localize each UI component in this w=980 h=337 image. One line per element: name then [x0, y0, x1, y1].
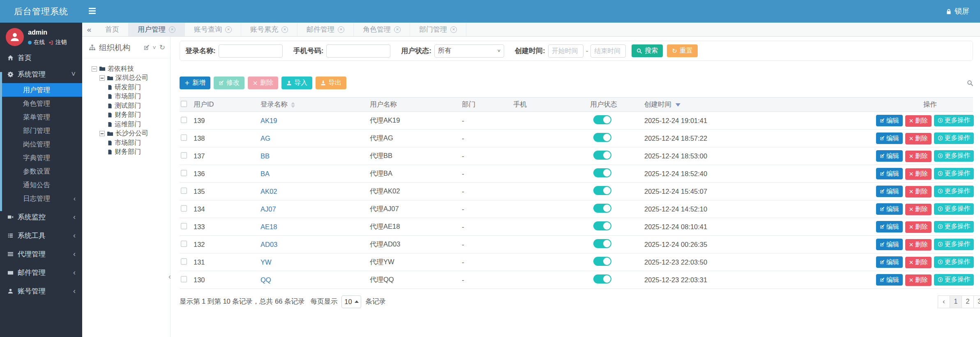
row-edit-button[interactable]: 编辑 [876, 150, 903, 162]
close-icon[interactable]: × [338, 26, 344, 33]
sidebar-group-系统工具[interactable]: 系统工具‹ [0, 226, 82, 245]
page-size-dropdown[interactable]: 10 [341, 295, 361, 308]
refresh-icon[interactable]: ↻ [159, 43, 165, 52]
row-edit-button[interactable]: 编辑 [876, 221, 903, 232]
row-edit-button[interactable]: 编辑 [876, 168, 903, 179]
row-more-button[interactable]: 更多操作 [934, 115, 974, 126]
row-edit-button[interactable]: 编辑 [876, 203, 903, 215]
status-toggle[interactable] [593, 239, 611, 248]
tree-node-财务部门[interactable]: 财务部门 [90, 111, 168, 120]
status-toggle[interactable] [593, 204, 611, 213]
row-checkbox[interactable] [181, 223, 187, 229]
row-more-button[interactable]: 更多操作 [934, 132, 974, 144]
row-delete-button[interactable]: 删除 [905, 257, 932, 268]
row-edit-button[interactable]: 编辑 [876, 115, 903, 126]
row-edit-button[interactable]: 编辑 [876, 256, 903, 268]
row-delete-button[interactable]: 删除 [905, 274, 932, 286]
row-delete-button[interactable]: 删除 [905, 168, 932, 180]
status-toggle[interactable] [593, 115, 611, 124]
page-button-1[interactable]: 1 [950, 295, 962, 308]
row-checkbox[interactable] [181, 258, 187, 265]
row-more-button[interactable]: 更多操作 [934, 221, 974, 232]
login-name-link[interactable]: YW [261, 258, 272, 266]
tab-用户管理[interactable]: 用户管理× [129, 23, 185, 36]
tree-node-财务部门[interactable]: 财务部门 [90, 148, 168, 157]
sidebar-group-邮件管理[interactable]: 邮件管理‹ [0, 263, 82, 282]
row-checkbox[interactable] [181, 241, 187, 247]
tree-node-长沙分公司[interactable]: 长沙分公司 [90, 129, 168, 139]
hamburger-icon[interactable] [89, 7, 99, 16]
logout-button[interactable]: 注销 [48, 39, 67, 46]
tree-expander[interactable] [92, 66, 97, 72]
login-name-link[interactable]: AG [261, 135, 270, 142]
row-delete-button[interactable]: 删除 [905, 204, 932, 215]
status-toggle[interactable] [593, 133, 611, 142]
lock-screen-button[interactable]: 锁屏 [946, 6, 969, 16]
phone-input[interactable] [326, 44, 390, 58]
table-search-icon[interactable] [967, 79, 973, 86]
row-delete-button[interactable]: 删除 [905, 239, 932, 251]
tree-node-若依科技[interactable]: 若依科技 [90, 64, 168, 74]
end-time-input[interactable] [590, 44, 626, 58]
row-more-button[interactable]: 更多操作 [934, 186, 974, 197]
row-checkbox[interactable] [181, 276, 187, 282]
close-icon[interactable]: × [225, 26, 232, 33]
sidebar-item-通知公告[interactable]: 通知公告 [0, 178, 82, 192]
tab-首页[interactable]: 首页 [96, 23, 129, 36]
login-name-input[interactable] [219, 44, 283, 58]
status-toggle[interactable] [593, 274, 611, 284]
tab-角色管理[interactable]: 角色管理× [354, 23, 410, 36]
row-delete-button[interactable]: 删除 [905, 133, 932, 144]
tree-node-测试部门[interactable]: 测试部门 [90, 101, 168, 111]
chevron-down-icon[interactable]: ˅ [153, 44, 156, 51]
edit-button[interactable]: 修改 [214, 77, 244, 89]
login-name-link[interactable]: AK02 [261, 188, 277, 195]
row-edit-button[interactable]: 编辑 [876, 132, 903, 144]
sidebar-item-home[interactable]: 首页 [0, 49, 82, 66]
row-checkbox[interactable] [181, 152, 187, 158]
sidebar-item-用户管理[interactable]: 用户管理 [0, 83, 82, 97]
select-all-checkbox[interactable] [181, 101, 187, 107]
export-button[interactable]: 导出 [316, 77, 346, 89]
tab-账号累充[interactable]: 账号累充× [241, 23, 297, 36]
start-time-input[interactable] [548, 44, 583, 58]
status-toggle[interactable] [593, 257, 611, 266]
sidebar-item-参数设置[interactable]: 参数设置 [0, 165, 82, 178]
row-checkbox[interactable] [181, 135, 187, 141]
tab-scroll-left-button[interactable]: « [82, 23, 96, 36]
login-name-link[interactable]: AJ07 [261, 205, 276, 213]
close-icon[interactable]: × [450, 26, 457, 33]
col-login-name[interactable]: 登录名称 [257, 98, 367, 112]
prev-page-button[interactable]: ‹ [938, 295, 950, 308]
sidebar-group-代理管理[interactable]: 代理管理‹ [0, 245, 82, 263]
search-button[interactable]: 搜索 [632, 44, 663, 57]
row-delete-button[interactable]: 删除 [905, 151, 932, 162]
close-icon[interactable]: × [281, 26, 288, 33]
tab-账号查询[interactable]: 账号查询× [185, 23, 241, 36]
row-edit-button[interactable]: 编辑 [876, 186, 903, 197]
status-toggle[interactable] [593, 221, 611, 230]
tree-node-市场部门[interactable]: 市场部门 [90, 92, 168, 102]
row-more-button[interactable]: 更多操作 [934, 239, 974, 250]
user-status-select[interactable]: 所有˅ [434, 44, 504, 58]
sidebar-item-日志管理[interactable]: 日志管理‹ [0, 192, 82, 205]
status-toggle[interactable] [593, 186, 611, 195]
row-checkbox[interactable] [181, 117, 187, 123]
row-checkbox[interactable] [181, 170, 187, 176]
login-name-link[interactable]: AE18 [261, 223, 277, 230]
login-name-link[interactable]: QQ [261, 276, 271, 284]
sidebar-item-菜单管理[interactable]: 菜单管理 [0, 110, 82, 124]
row-checkbox[interactable] [181, 188, 187, 194]
sidebar-group-账号管理[interactable]: 账号管理‹ [0, 282, 82, 300]
tab-部门管理[interactable]: 部门管理× [410, 23, 466, 36]
row-delete-button[interactable]: 删除 [905, 221, 932, 233]
sidebar-item-角色管理[interactable]: 角色管理 [0, 97, 82, 110]
row-edit-button[interactable]: 编辑 [876, 274, 903, 286]
row-more-button[interactable]: 更多操作 [934, 274, 974, 286]
add-button[interactable]: 新增 [180, 77, 210, 89]
row-delete-button[interactable]: 删除 [905, 115, 932, 127]
sidebar-group-系统监控[interactable]: 系统监控‹ [0, 208, 82, 226]
import-button[interactable]: 导入 [281, 77, 312, 89]
row-checkbox[interactable] [181, 205, 187, 211]
login-name-link[interactable]: AD03 [261, 241, 277, 248]
